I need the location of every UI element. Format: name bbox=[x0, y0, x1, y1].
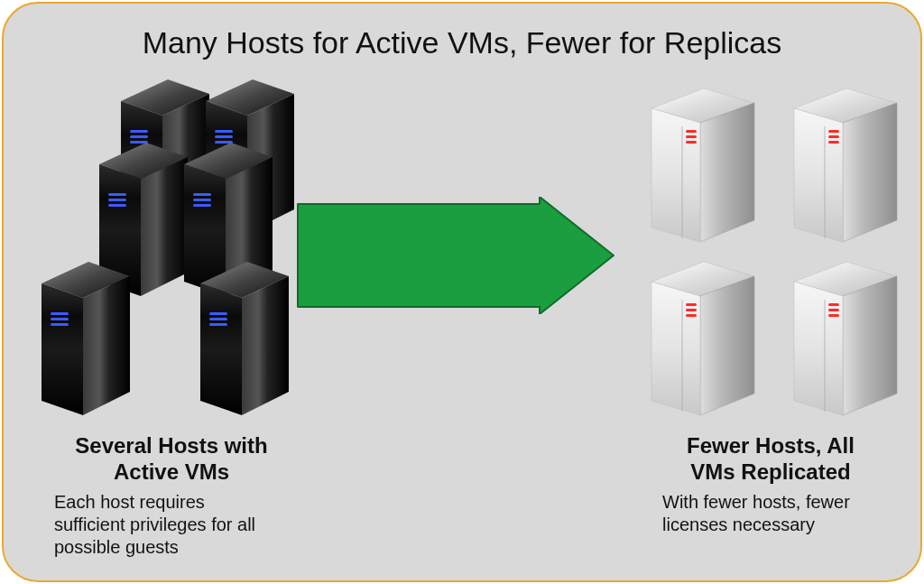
svg-marker-38 bbox=[700, 103, 754, 242]
svg-rect-54 bbox=[686, 314, 697, 317]
right-cluster-subtext: With fewer hosts, fewer licenses necessa… bbox=[662, 491, 861, 536]
right-cluster-heading: Fewer Hosts, All VMs Replicated bbox=[667, 433, 874, 486]
svg-rect-59 bbox=[828, 309, 839, 311]
svg-marker-50 bbox=[700, 276, 754, 415]
svg-rect-28 bbox=[51, 318, 69, 320]
svg-marker-25 bbox=[83, 276, 130, 415]
svg-rect-46 bbox=[828, 130, 839, 133]
svg-rect-42 bbox=[686, 141, 697, 144]
svg-rect-16 bbox=[108, 199, 126, 201]
svg-rect-35 bbox=[209, 323, 227, 326]
diagram-canvas: Many Hosts for Active VMs, Fewer for Rep… bbox=[2, 2, 922, 582]
svg-rect-22 bbox=[193, 199, 211, 201]
svg-marker-51 bbox=[651, 282, 700, 415]
server-white-icon bbox=[787, 258, 904, 424]
diagram-title: Many Hosts for Active VMs, Fewer for Rep… bbox=[4, 25, 920, 60]
svg-rect-3 bbox=[130, 130, 148, 133]
svg-rect-41 bbox=[686, 135, 697, 138]
server-white-icon bbox=[644, 85, 762, 251]
svg-rect-23 bbox=[193, 204, 211, 207]
server-black-icon bbox=[189, 258, 298, 424]
svg-marker-44 bbox=[843, 103, 897, 242]
svg-rect-48 bbox=[828, 141, 839, 144]
server-white-icon bbox=[787, 85, 904, 251]
svg-rect-40 bbox=[686, 130, 697, 133]
svg-marker-36 bbox=[298, 197, 614, 314]
svg-marker-26 bbox=[42, 283, 83, 415]
server-black-icon bbox=[31, 258, 139, 424]
svg-rect-29 bbox=[51, 323, 69, 326]
svg-rect-15 bbox=[108, 193, 126, 196]
svg-rect-10 bbox=[215, 135, 233, 138]
svg-rect-47 bbox=[828, 135, 839, 138]
svg-rect-53 bbox=[686, 309, 697, 311]
svg-rect-58 bbox=[828, 303, 839, 306]
svg-marker-57 bbox=[794, 282, 843, 415]
svg-rect-60 bbox=[828, 314, 839, 317]
svg-rect-4 bbox=[130, 135, 148, 138]
svg-marker-45 bbox=[794, 108, 843, 242]
svg-rect-34 bbox=[209, 318, 227, 320]
svg-rect-52 bbox=[686, 303, 697, 306]
svg-marker-39 bbox=[651, 108, 700, 242]
svg-rect-33 bbox=[209, 312, 227, 315]
svg-marker-32 bbox=[200, 283, 242, 415]
svg-rect-17 bbox=[108, 204, 126, 207]
svg-marker-31 bbox=[242, 276, 289, 415]
left-cluster-subtext: Each host requires sufficient privileges… bbox=[54, 491, 271, 559]
left-cluster-heading: Several Hosts with Active VMs bbox=[54, 433, 289, 486]
svg-rect-9 bbox=[215, 130, 233, 133]
svg-rect-27 bbox=[51, 312, 69, 315]
svg-marker-56 bbox=[843, 276, 897, 415]
server-white-icon bbox=[644, 258, 762, 424]
flow-arrow-icon bbox=[296, 197, 615, 314]
svg-rect-21 bbox=[193, 193, 211, 196]
